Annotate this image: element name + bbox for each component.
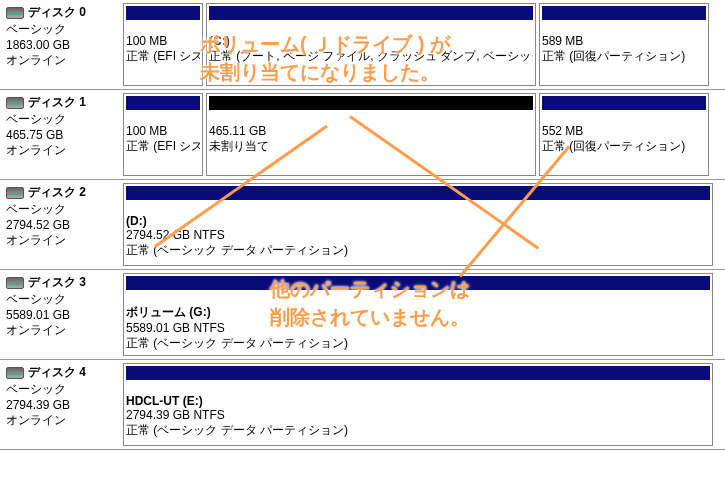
partition-size: 100 MB bbox=[126, 124, 200, 138]
disk-name: ディスク 4 bbox=[28, 364, 86, 381]
partition[interactable]: (C:)正常 (ブート, ページ ファイル, クラッシュ ダンプ, ベーシック … bbox=[206, 3, 536, 86]
partition-status: 正常 (回復パーティション) bbox=[542, 48, 706, 65]
disk-name: ディスク 3 bbox=[28, 274, 86, 291]
partition[interactable]: HDCL-UT (E:)2794.39 GB NTFS正常 (ベーシック データ… bbox=[123, 363, 713, 446]
disk-icon bbox=[6, 97, 24, 109]
partitions: (D:)2794.52 GB NTFS正常 (ベーシック データ パーティション… bbox=[120, 180, 725, 269]
disk-name: ディスク 1 bbox=[28, 94, 86, 111]
partition-bar bbox=[126, 96, 200, 110]
partition-size: 5589.01 GB NTFS bbox=[126, 321, 710, 335]
disk-size: 1863.00 GB bbox=[6, 38, 114, 52]
partition-size: 552 MB bbox=[542, 124, 706, 138]
disk-row: ディスク 3ベーシック5589.01 GBオンラインボリューム (G:)5589… bbox=[0, 270, 725, 360]
partition[interactable]: 100 MB正常 (EFI システム bbox=[123, 93, 203, 176]
partition-bar bbox=[126, 6, 200, 20]
partition[interactable]: 552 MB正常 (回復パーティション) bbox=[539, 93, 709, 176]
partitions: 100 MB正常 (EFI システム465.11 GB未割り当て552 MB正常… bbox=[120, 90, 725, 179]
disk-status: オンライン bbox=[6, 142, 114, 159]
partition-label: (D:) bbox=[126, 214, 710, 228]
disk-status: オンライン bbox=[6, 52, 114, 69]
disk-name: ディスク 2 bbox=[28, 184, 86, 201]
partition[interactable]: (D:)2794.52 GB NTFS正常 (ベーシック データ パーティション… bbox=[123, 183, 713, 266]
partition-bar bbox=[209, 6, 533, 20]
partition-size: 465.11 GB bbox=[209, 124, 533, 138]
partition-bar bbox=[126, 276, 710, 290]
disk-size: 5589.01 GB bbox=[6, 308, 114, 322]
partition-status: 正常 (EFI システム bbox=[126, 48, 200, 65]
partitions: HDCL-UT (E:)2794.39 GB NTFS正常 (ベーシック データ… bbox=[120, 360, 725, 449]
partition[interactable]: 465.11 GB未割り当て bbox=[206, 93, 536, 176]
disk-row: ディスク 1ベーシック465.75 GBオンライン100 MB正常 (EFI シ… bbox=[0, 90, 725, 180]
disk-status: オンライン bbox=[6, 412, 114, 429]
disk-status: オンライン bbox=[6, 322, 114, 339]
disk-size: 2794.52 GB bbox=[6, 218, 114, 232]
partition-bar bbox=[126, 186, 710, 200]
disk-label[interactable]: ディスク 0ベーシック1863.00 GBオンライン bbox=[0, 0, 120, 89]
partition-label: (C:) bbox=[209, 34, 533, 48]
partitions: ボリューム (G:)5589.01 GB NTFS正常 (ベーシック データ パ… bbox=[120, 270, 725, 359]
disk-status: オンライン bbox=[6, 232, 114, 249]
disk-icon bbox=[6, 367, 24, 379]
disk-type: ベーシック bbox=[6, 381, 114, 398]
partition[interactable]: ボリューム (G:)5589.01 GB NTFS正常 (ベーシック データ パ… bbox=[123, 273, 713, 356]
partition-status: 正常 (EFI システム bbox=[126, 138, 200, 155]
partitions: 100 MB正常 (EFI システム(C:)正常 (ブート, ページ ファイル,… bbox=[120, 0, 725, 89]
disk-label[interactable]: ディスク 4ベーシック2794.39 GBオンライン bbox=[0, 360, 120, 449]
partition-size: 2794.52 GB NTFS bbox=[126, 228, 710, 242]
disk-icon bbox=[6, 187, 24, 199]
disk-label[interactable]: ディスク 2ベーシック2794.52 GBオンライン bbox=[0, 180, 120, 269]
partition-status: 正常 (回復パーティション) bbox=[542, 138, 706, 155]
disk-row: ディスク 4ベーシック2794.39 GBオンラインHDCL-UT (E:)27… bbox=[0, 360, 725, 450]
disk-label[interactable]: ディスク 3ベーシック5589.01 GBオンライン bbox=[0, 270, 120, 359]
partition-bar bbox=[209, 96, 533, 110]
disk-label[interactable]: ディスク 1ベーシック465.75 GBオンライン bbox=[0, 90, 120, 179]
partition-bar bbox=[542, 6, 706, 20]
disk-type: ベーシック bbox=[6, 291, 114, 308]
partition-bar bbox=[126, 366, 710, 380]
disk-type: ベーシック bbox=[6, 21, 114, 38]
partition[interactable]: 589 MB正常 (回復パーティション) bbox=[539, 3, 709, 86]
disk-type: ベーシック bbox=[6, 111, 114, 128]
partition-status: 正常 (ベーシック データ パーティション) bbox=[126, 242, 710, 259]
disk-size: 465.75 GB bbox=[6, 128, 114, 142]
partition-size: 2794.39 GB NTFS bbox=[126, 408, 710, 422]
partition-status: 未割り当て bbox=[209, 138, 533, 155]
disk-size: 2794.39 GB bbox=[6, 398, 114, 412]
partition-status: 正常 (ベーシック データ パーティション) bbox=[126, 422, 710, 439]
partition-size: 100 MB bbox=[126, 34, 200, 48]
partition-size: 589 MB bbox=[542, 34, 706, 48]
disk-icon bbox=[6, 7, 24, 19]
partition-label: ボリューム (G:) bbox=[126, 304, 710, 321]
disk-row: ディスク 2ベーシック2794.52 GBオンライン (D:)2794.52 G… bbox=[0, 180, 725, 270]
disk-icon bbox=[6, 277, 24, 289]
disk-type: ベーシック bbox=[6, 201, 114, 218]
disk-name: ディスク 0 bbox=[28, 4, 86, 21]
partition-status: 正常 (ベーシック データ パーティション) bbox=[126, 335, 710, 352]
partition[interactable]: 100 MB正常 (EFI システム bbox=[123, 3, 203, 86]
partition-bar bbox=[542, 96, 706, 110]
partition-status: 正常 (ブート, ページ ファイル, クラッシュ ダンプ, ベーシック データ … bbox=[209, 48, 533, 65]
disk-row: ディスク 0ベーシック1863.00 GBオンライン100 MB正常 (EFI … bbox=[0, 0, 725, 90]
partition-label: HDCL-UT (E:) bbox=[126, 394, 710, 408]
